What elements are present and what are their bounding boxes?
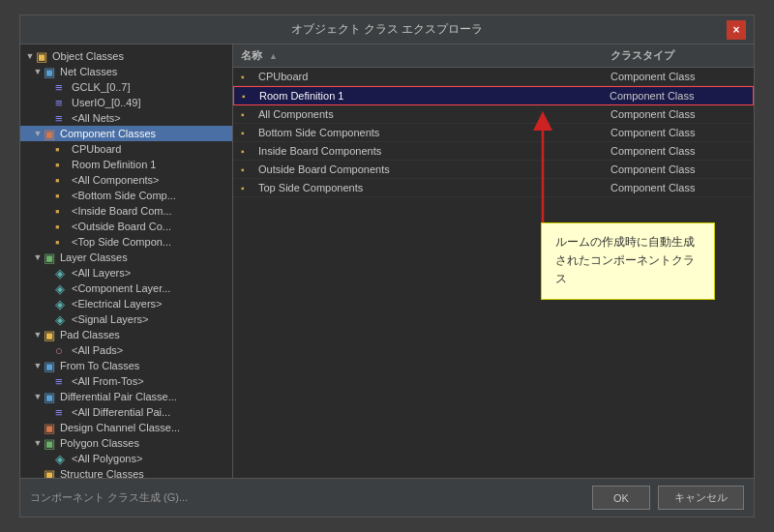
tree-item-bottom-side[interactable]: ▪<Bottom Side Comp... — [20, 188, 232, 203]
tree-label: <Top Side Compon... — [72, 236, 171, 248]
tree-label: <All Components> — [72, 174, 160, 186]
net-icon: ≡ — [55, 375, 69, 387]
expand-icon — [44, 159, 55, 170]
annotation-line2: されたコンポーネントクラス — [555, 251, 700, 288]
list-row[interactable]: ▪Inside Board ComponentsComponent Class — [233, 142, 754, 161]
tree-label: <All Layers> — [72, 267, 131, 279]
expand-icon: ▼ — [24, 50, 36, 62]
list-row-icon: ▪ — [241, 183, 254, 193]
expand-icon — [44, 406, 55, 418]
list-row-type: Component Class — [610, 145, 746, 157]
folder-yellow-icon: ▣ — [44, 468, 57, 478]
annotation-popup: ルームの作成時に自動生成 されたコンポーネントクラス — [541, 222, 715, 300]
tree-item-gclk[interactable]: ≡GCLK_[0..7] — [20, 79, 232, 95]
list-body[interactable]: ▪CPUboardComponent Class▪Room Definition… — [233, 68, 754, 478]
tree-item-signal-layers[interactable]: ◈<Signal Layers> — [20, 311, 232, 327]
tree-item-inside-board[interactable]: ▪<Inside Board Com... — [20, 203, 232, 219]
tree-item-all-diff-pai[interactable]: ≡<All Differential Pai... — [20, 404, 232, 420]
tree-item-outside-board[interactable]: ▪<Outside Board Co... — [20, 219, 232, 234]
net-icon: ≡ — [55, 81, 69, 93]
list-row-name: Room Definition 1 — [259, 90, 610, 102]
arrow-icon — [523, 102, 562, 227]
tree-item-all-polygons[interactable]: ◈<All Polygons> — [20, 451, 232, 466]
list-panel: 名称 ▲ クラスタイプ ▪CPUboardComponent Class▪Roo… — [233, 44, 754, 478]
comp-icon: ▪ — [55, 143, 69, 155]
tree-item-all-from-tos[interactable]: ≡<All From-Tos> — [20, 373, 232, 389]
list-row-icon: ▪ — [241, 109, 254, 120]
expand-icon — [44, 344, 55, 356]
tree-label: <All From-Tos> — [72, 375, 144, 387]
tree-label: Component Classes — [60, 128, 156, 139]
expand-icon — [44, 298, 55, 310]
expand-icon: ▼ — [32, 391, 44, 402]
tree-label: <All Polygons> — [72, 453, 142, 464]
tree-item-component-classes[interactable]: ▼▣Component Classes — [20, 126, 232, 141]
list-row[interactable]: ▪Bottom Side ComponentsComponent Class — [233, 124, 754, 142]
close-button[interactable]: × — [727, 20, 746, 40]
net-icon: ≡ — [55, 112, 69, 124]
tree-label: <Inside Board Com... — [72, 205, 172, 217]
list-row-name: CPUboard — [258, 71, 610, 82]
expand-icon — [44, 221, 55, 232]
tree-item-object-classes[interactable]: ▼▣Object Classes — [20, 48, 232, 64]
list-row[interactable]: ▪Outside Board ComponentsComponent Class — [233, 161, 754, 179]
tree-item-structure-classes[interactable]: ▣Structure Classes — [20, 466, 232, 478]
title-bar: オブジェクト クラス エクスプローラ × — [20, 15, 754, 44]
layer-icon: ◈ — [55, 453, 69, 464]
list-row[interactable]: ▪All ComponentsComponent Class — [233, 105, 754, 124]
net-icon: ≡ — [55, 97, 69, 108]
content-area: ▼▣Object Classes▼▣Net Classes≡GCLK_[0..7… — [20, 44, 754, 478]
tree-label: Layer Classes — [60, 251, 128, 263]
bottom-left-label: コンポーネント クラス生成 (G)... — [30, 490, 188, 505]
column-name: 名称 ▲ — [241, 48, 610, 63]
tree-item-top-side[interactable]: ▪<Top Side Compon... — [20, 234, 232, 250]
folder-orange-icon: ▣ — [44, 422, 57, 433]
expand-icon — [44, 453, 55, 464]
expand-icon — [44, 313, 55, 325]
tree-item-electrical-layers[interactable]: ◈<Electrical Layers> — [20, 296, 232, 311]
tree-item-design-channel[interactable]: ▣Design Channel Classe... — [20, 420, 232, 435]
tree-label: <All Pads> — [72, 344, 123, 356]
tree-item-userio[interactable]: ≡UserIO_[0..49] — [20, 95, 232, 110]
list-row[interactable]: ▪CPUboardComponent Class — [233, 68, 754, 86]
tree-item-net-classes[interactable]: ▼▣Net Classes — [20, 64, 232, 79]
tree-item-all-pads[interactable]: ○<All Pads> — [20, 342, 232, 358]
list-row-icon: ▪ — [241, 128, 254, 138]
comp-icon: ▪ — [55, 236, 69, 248]
comp-icon: ▪ — [55, 221, 69, 232]
tree-item-component-layer[interactable]: ◈<Component Layer... — [20, 281, 232, 296]
comp-icon: ▪ — [55, 174, 69, 186]
tree-item-pad-classes[interactable]: ▼▣Pad Classes — [20, 327, 232, 342]
tree-panel[interactable]: ▼▣Object Classes▼▣Net Classes≡GCLK_[0..7… — [20, 44, 233, 478]
tree-item-diff-pair-classes[interactable]: ▼▣Differential Pair Classe... — [20, 389, 232, 404]
tree-item-all-nets[interactable]: ≡<All Nets> — [20, 110, 232, 126]
tree-item-all-components[interactable]: ▪<All Components> — [20, 172, 232, 188]
tree-item-all-layers[interactable]: ◈<All Layers> — [20, 265, 232, 281]
tree-label: Polygon Classes — [60, 437, 139, 449]
list-row[interactable]: ▪Top Side ComponentsComponent Class — [233, 179, 754, 197]
tree-item-from-to-classes[interactable]: ▼▣From To Classes — [20, 358, 232, 373]
tree-label: Design Channel Classe... — [60, 422, 180, 433]
tree-label: CPUboard — [72, 143, 121, 155]
tree-label: Differential Pair Classe... — [60, 391, 177, 402]
tree-item-cpuboard[interactable]: ▪CPUboard — [20, 141, 232, 157]
tree-label: Pad Classes — [60, 329, 120, 340]
tree-item-layer-classes[interactable]: ▼▣Layer Classes — [20, 250, 232, 265]
list-row[interactable]: ▪Room Definition 1Component Class — [233, 86, 754, 105]
ok-button[interactable]: OK — [592, 486, 650, 510]
list-row-icon: ▪ — [241, 146, 254, 157]
tree-item-room-def-1[interactable]: ▪Room Definition 1 — [20, 157, 232, 172]
folder-blue-icon: ▣ — [44, 391, 57, 402]
tree-label: <Bottom Side Comp... — [72, 190, 176, 201]
tree-item-polygon-classes[interactable]: ▼▣Polygon Classes — [20, 435, 232, 451]
folder-yellow-icon: ▣ — [36, 50, 49, 62]
list-row-icon: ▪ — [241, 164, 254, 175]
list-header: 名称 ▲ クラスタイプ — [233, 44, 754, 68]
list-row-type: Component Class — [610, 163, 746, 175]
expand-icon: ▼ — [32, 329, 44, 340]
expand-icon: ▼ — [32, 251, 44, 263]
cancel-button[interactable]: キャンセル — [658, 486, 744, 510]
comp-icon: ▪ — [55, 190, 69, 201]
folder-green-icon: ▣ — [44, 251, 57, 263]
tree-label: UserIO_[0..49] — [72, 97, 141, 108]
